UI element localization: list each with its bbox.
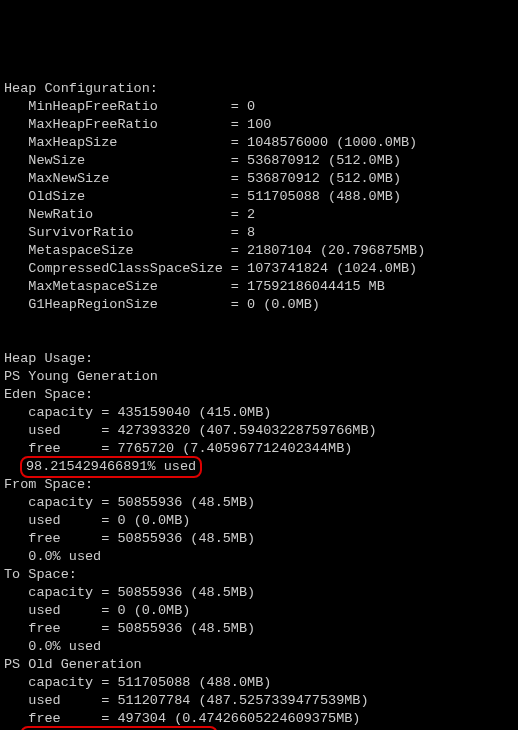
- from-percent: 0.0% used: [4, 548, 514, 566]
- heap-config-row: G1HeapRegionSize = 0 (0.0MB): [4, 296, 514, 314]
- eden-used: used = 427393320 (407.59403228759766MB): [4, 422, 514, 440]
- heap-config-row: MaxHeapFreeRatio = 100: [4, 116, 514, 134]
- heap-config-row: MaxNewSize = 536870912 (512.0MB): [4, 170, 514, 188]
- old-percent-highlight: 99.90281433355612% used: [20, 726, 218, 730]
- eden-capacity: capacity = 435159040 (415.0MB): [4, 404, 514, 422]
- to-used: used = 0 (0.0MB): [4, 602, 514, 620]
- heap-config-row: MetaspaceSize = 21807104 (20.796875MB): [4, 242, 514, 260]
- eden-title: Eden Space:: [4, 386, 514, 404]
- heap-config-row: MaxMetaspaceSize = 17592186044415 MB: [4, 278, 514, 296]
- old-gen-title: PS Old Generation: [4, 656, 514, 674]
- from-used: used = 0 (0.0MB): [4, 512, 514, 530]
- to-title: To Space:: [4, 566, 514, 584]
- heap-config-row: MinHeapFreeRatio = 0: [4, 98, 514, 116]
- from-capacity: capacity = 50855936 (48.5MB): [4, 494, 514, 512]
- from-free: free = 50855936 (48.5MB): [4, 530, 514, 548]
- heap-config-row: SurvivorRatio = 8: [4, 224, 514, 242]
- heap-config-row: OldSize = 511705088 (488.0MB): [4, 188, 514, 206]
- eden-percent-highlight: 98.215429466891% used: [20, 456, 202, 478]
- to-capacity: capacity = 50855936 (48.5MB): [4, 584, 514, 602]
- old-used: used = 511207784 (487.5257339477539MB): [4, 692, 514, 710]
- heap-config-row: NewRatio = 2: [4, 206, 514, 224]
- to-free: free = 50855936 (48.5MB): [4, 620, 514, 638]
- heap-config-row: NewSize = 536870912 (512.0MB): [4, 152, 514, 170]
- to-percent: 0.0% used: [4, 638, 514, 656]
- young-gen-title: PS Young Generation: [4, 368, 514, 386]
- heap-config-title: Heap Configuration:: [4, 80, 514, 98]
- from-title: From Space:: [4, 476, 514, 494]
- heap-config-row: MaxHeapSize = 1048576000 (1000.0MB): [4, 134, 514, 152]
- heap-config-row: CompressedClassSpaceSize = 1073741824 (1…: [4, 260, 514, 278]
- heap-usage-title: Heap Usage:: [4, 350, 514, 368]
- old-capacity: capacity = 511705088 (488.0MB): [4, 674, 514, 692]
